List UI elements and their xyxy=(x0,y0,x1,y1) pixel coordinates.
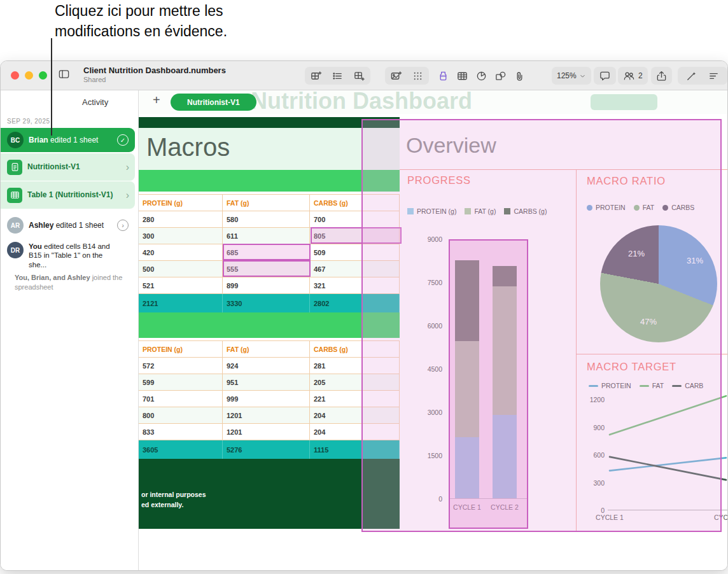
highlighted-region-bar-chart xyxy=(449,239,528,529)
table-cell[interactable]: 599 xyxy=(139,374,223,391)
format-paint-icon xyxy=(437,70,449,82)
collaborator-count: 2 xyxy=(638,71,643,80)
activity-item-text: Brian edited 1 sheet xyxy=(29,136,98,145)
comment-button[interactable] xyxy=(594,67,616,85)
title-block: Client Nutrition Dashboard.numbers Share… xyxy=(83,66,226,83)
table-cell[interactable]: 701 xyxy=(139,391,223,407)
column-header[interactable]: FAT (g) xyxy=(223,341,310,358)
collaborate-button[interactable]: 2 xyxy=(618,67,648,85)
activity-table-link[interactable]: Table 1 (Nutritionist-V1) › xyxy=(1,181,135,209)
total-cell[interactable]: 2121 xyxy=(139,294,223,313)
dots-grid-button[interactable] xyxy=(412,70,424,82)
attach-icon xyxy=(514,70,526,82)
column-header[interactable]: PROTEIN (g) xyxy=(139,195,223,211)
highlighted-cell-685 xyxy=(223,244,311,260)
share-button[interactable] xyxy=(651,67,672,85)
insert-group xyxy=(305,67,370,85)
window-body: SEP 29, 2025 BC Brian edited 1 sheet ✓ N… xyxy=(1,114,727,571)
activity-item-you[interactable]: DR You edited cells B14 and B15 in "Tabl… xyxy=(1,240,135,270)
avatar: DR xyxy=(7,242,24,258)
macros-top-band xyxy=(139,117,400,128)
table-cell[interactable]: 280 xyxy=(139,211,223,228)
macros-footer-band: or internal purposes ed externally. xyxy=(139,459,400,529)
close-window-button[interactable] xyxy=(11,71,19,80)
activity-item-joined: You, Brian, and Ashley joined the spread… xyxy=(15,273,128,292)
macros-table-2[interactable]: PROTEIN (g)FAT (g)CARBS (g)5729242815999… xyxy=(139,340,400,459)
view-options-button[interactable] xyxy=(708,70,720,82)
fullscreen-window-button[interactable] xyxy=(39,71,47,80)
add-sheet-button[interactable]: + xyxy=(153,93,160,108)
insert-chart-button[interactable] xyxy=(475,70,487,82)
retouch-wand-icon xyxy=(685,70,697,82)
view-options-icon xyxy=(708,70,720,82)
footer-note-line: or internal purposes xyxy=(141,491,206,498)
insert-rows-icon xyxy=(310,70,322,82)
media-group xyxy=(385,67,429,85)
table-cell[interactable]: 1201 xyxy=(223,407,310,424)
ghost-sheet-banner: Nutrition Dashboard xyxy=(251,90,472,114)
minimize-window-button[interactable] xyxy=(25,71,33,80)
insert-table-button[interactable] xyxy=(456,70,468,82)
table-cell[interactable]: 420 xyxy=(139,244,223,261)
activity-item-brian[interactable]: BC Brian edited 1 sheet ✓ xyxy=(1,128,135,152)
table-cell[interactable]: 500 xyxy=(139,261,223,277)
column-header[interactable]: FAT (g) xyxy=(223,195,310,211)
table-cell[interactable]: 1201 xyxy=(223,424,310,440)
column-header[interactable]: PROTEIN (g) xyxy=(139,341,223,358)
total-cell[interactable]: 3605 xyxy=(139,440,223,459)
table-cell[interactable]: 833 xyxy=(139,424,223,440)
table-cell[interactable]: 521 xyxy=(139,277,223,294)
retouch-button[interactable] xyxy=(685,70,697,82)
add-columns-button[interactable] xyxy=(353,70,365,82)
tab-nutritionist-v1[interactable]: Nutritionist-V1 xyxy=(171,94,256,111)
insert-shape-button[interactable] xyxy=(494,70,507,82)
highlighted-cell-555 xyxy=(223,260,311,277)
table-link-label: Table 1 (Nutritionist-V1) xyxy=(27,190,113,200)
macros-divider-band xyxy=(139,312,400,338)
comment-icon xyxy=(599,70,611,82)
table-cell[interactable]: 300 xyxy=(139,228,223,244)
table-cell[interactable]: 924 xyxy=(223,358,310,374)
total-cell[interactable]: 5276 xyxy=(223,440,310,459)
tab-row: Activity Nutrition Dashboard + Nutrition… xyxy=(1,90,727,114)
list-view-icon xyxy=(332,70,344,82)
table-cell[interactable]: 899 xyxy=(223,277,310,294)
zoom-control[interactable]: 125% xyxy=(552,67,591,85)
format-group xyxy=(678,67,727,85)
document-title: Client Nutrition Dashboard.numbers xyxy=(83,66,226,75)
activity-panel-title: Activity xyxy=(1,90,139,114)
window-controls xyxy=(11,71,47,80)
attach-button[interactable] xyxy=(514,70,526,82)
activity-date: SEP 29, 2025 xyxy=(7,118,50,125)
table-cell[interactable]: 611 xyxy=(223,228,310,244)
insert-image-icon xyxy=(390,70,402,82)
insert-rows-button[interactable] xyxy=(310,70,322,82)
insert-shape-icon xyxy=(494,70,507,82)
sheet-doc-icon xyxy=(7,160,22,175)
check-circle-icon[interactable]: ✓ xyxy=(117,134,129,146)
activity-sheet-link[interactable]: Nutritionist-V1 › xyxy=(1,153,135,181)
object-group xyxy=(435,67,528,85)
titlebar: Client Nutrition Dashboard.numbers Share… xyxy=(1,61,727,90)
activity-item-text: Ashley edited 1 sheet xyxy=(29,221,104,230)
list-view-button[interactable] xyxy=(332,70,344,82)
avatar: AR xyxy=(7,217,24,234)
zoom-level: 125% xyxy=(557,71,577,80)
format-paint-button[interactable] xyxy=(437,70,449,82)
table-cell[interactable]: 800 xyxy=(139,407,223,424)
insert-image-button[interactable] xyxy=(390,70,402,82)
activity-item-text: You edited cells B14 and B15 in "Table 1… xyxy=(29,242,122,269)
table-cell[interactable]: 999 xyxy=(223,391,310,407)
activity-item-ashley[interactable]: AR Ashley edited 1 sheet › xyxy=(1,213,135,237)
table-cell[interactable]: 572 xyxy=(139,358,223,374)
restore-changes-icon[interactable]: › xyxy=(117,220,129,231)
spreadsheet-canvas[interactable]: Macros PROTEIN (g)FAT (g)CARBS (g)280580… xyxy=(139,114,727,571)
avatar: BC xyxy=(7,132,24,148)
sidebar-toggle-button[interactable] xyxy=(58,68,70,80)
table-cell[interactable]: 580 xyxy=(223,211,310,228)
table-grid-icon xyxy=(7,188,22,203)
total-cell[interactable]: 3330 xyxy=(223,294,310,313)
share-icon xyxy=(655,70,668,82)
pie-chart-icon xyxy=(475,70,487,82)
table-cell[interactable]: 951 xyxy=(223,374,310,391)
